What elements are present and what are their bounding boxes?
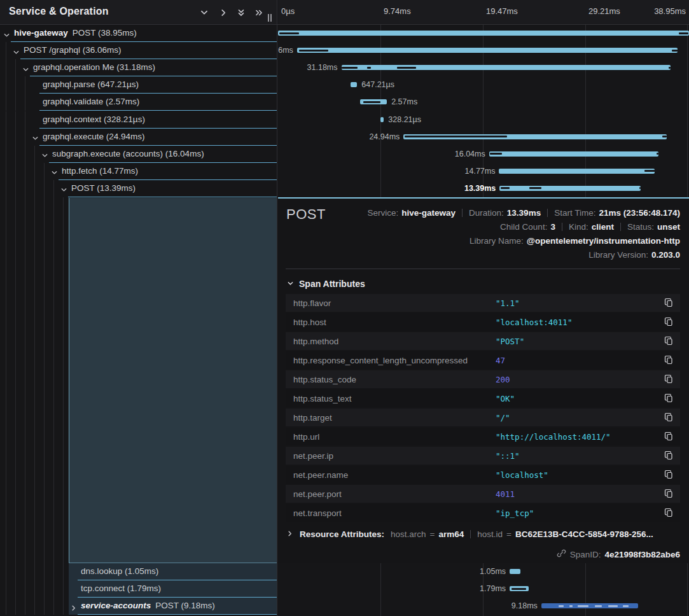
copy-icon[interactable] [664, 393, 674, 403]
span-bar[interactable] [403, 134, 667, 139]
span-row[interactable]: graphql.parse (647.21µs) [0, 76, 277, 94]
link-icon[interactable] [557, 549, 566, 560]
span-row[interactable]: graphql.execute (24.94ms) [0, 129, 277, 146]
collapse-all-icon[interactable] [235, 7, 247, 18]
span-bar[interactable] [489, 151, 658, 157]
operation-name: http.fetch (14.77ms) [62, 166, 138, 176]
meta-value: 0.203.0 [651, 250, 680, 260]
operation-name: tcp.connect (1.79ms) [81, 584, 161, 593]
copy-icon[interactable] [664, 412, 674, 423]
indent-guide [25, 180, 25, 197]
span-bar-cell[interactable]: 13.39ms [278, 180, 689, 197]
span-bar[interactable] [499, 169, 655, 174]
indent-guide [6, 42, 6, 59]
span-bar-cell[interactable]: 31.18ms [278, 59, 689, 76]
meta-value: client [592, 222, 614, 232]
chevron-down-icon[interactable] [60, 185, 68, 192]
copy-icon[interactable] [664, 374, 674, 384]
indent-guide [25, 197, 25, 615]
child-span-marker [639, 187, 641, 189]
span-bar[interactable] [510, 586, 529, 591]
copy-icon[interactable] [664, 470, 674, 480]
chevron-down-icon[interactable] [51, 167, 59, 175]
chevron-right-icon[interactable] [70, 603, 78, 610]
attribute-value: "::1" [496, 451, 520, 461]
child-span-marker [644, 170, 657, 172]
meta-value: 3 [550, 222, 555, 232]
attribute-value: 200 [496, 375, 510, 384]
span-bar[interactable] [360, 99, 387, 104]
chevron-down-icon[interactable] [32, 133, 39, 141]
chevron-down-icon[interactable] [13, 47, 20, 55]
span-row[interactable]: service-accountsPOST (9.18ms) [0, 598, 277, 615]
span-bar-cell[interactable]: 24.94ms [278, 129, 689, 146]
span-bar[interactable] [351, 82, 358, 87]
child-span-marker [595, 605, 602, 607]
child-span-marker [512, 588, 525, 590]
resource-attributes-row[interactable]: Resource Attributes:host.arch=arm64host.… [286, 529, 653, 539]
span-attributes-toggle[interactable]: Span Attributes [287, 279, 365, 289]
indent-guide [6, 94, 6, 111]
span-row[interactable]: POST /graphql (36.06ms) [0, 42, 277, 59]
indent-guide [53, 197, 54, 615]
attribute-row: net.peer.ip"::1" [286, 447, 680, 465]
span-bar[interactable] [499, 186, 641, 191]
copy-icon[interactable] [664, 336, 674, 346]
span-row[interactable]: POST (13.39ms) [0, 180, 277, 197]
attribute-row: net.peer.name"localhost" [286, 466, 680, 484]
copy-icon[interactable] [664, 298, 674, 308]
indent-guide [6, 146, 6, 163]
chevron-down-icon[interactable] [3, 30, 11, 38]
span-row[interactable]: hive-gatewayPOST (38.95ms) [0, 25, 277, 42]
span-row[interactable]: graphql.context (328.21µs) [0, 111, 277, 129]
copy-icon[interactable] [664, 431, 674, 442]
attribute-row: http.target"/" [286, 409, 680, 426]
span-bar-cell[interactable]: 16.04ms [278, 146, 689, 163]
span-bar[interactable] [278, 31, 689, 36]
child-span-marker [623, 605, 628, 607]
span-bar[interactable] [380, 117, 384, 122]
span-bar[interactable] [297, 48, 678, 53]
span-bar[interactable] [342, 65, 671, 70]
span-bar-cell[interactable]: 2.57ms [278, 94, 689, 111]
collapse-one-icon[interactable] [198, 7, 210, 18]
span-duration-label: 24.94ms [369, 132, 400, 141]
span-row[interactable]: dns.lookup (1.05ms) [0, 563, 277, 580]
meta-label: Service: [367, 208, 398, 218]
span-bar-cell[interactable]: 36.06ms [278, 42, 689, 59]
copy-icon[interactable] [664, 355, 674, 365]
span-row[interactable]: subgraph.execute (accounts) (16.04ms) [0, 146, 277, 163]
span-bar-cell[interactable] [278, 25, 689, 42]
child-span-marker [569, 605, 573, 607]
copy-icon[interactable] [664, 489, 674, 499]
span-bar-cell[interactable]: 14.77ms [278, 163, 689, 180]
span-row[interactable]: graphql.validate (2.57ms) [0, 94, 277, 111]
child-span-marker [299, 50, 328, 52]
span-bar-cell[interactable]: 1.05ms [278, 563, 689, 580]
span-bar-cell[interactable]: 1.79ms [278, 580, 689, 598]
resize-grip[interactable] [268, 14, 272, 22]
indent-guide [44, 197, 45, 615]
span-bar-cell[interactable]: 328.21µs [278, 111, 689, 129]
chevron-down-icon[interactable] [41, 150, 49, 158]
span-bar-cell[interactable]: 9.18ms [278, 598, 689, 615]
span-row[interactable]: http.fetch (14.77ms) [0, 163, 277, 180]
span-bar-cell[interactable]: 647.21µs [278, 76, 689, 94]
copy-icon[interactable] [664, 317, 674, 327]
meta-label: Kind: [569, 222, 588, 232]
copy-icon[interactable] [664, 451, 674, 461]
span-bar[interactable] [541, 603, 638, 608]
indent-guide [6, 111, 6, 129]
span-row[interactable]: tcp.connect (1.79ms) [0, 580, 277, 598]
indent-guide [15, 180, 16, 197]
span-row[interactable]: graphql.operation Me (31.18ms) [0, 59, 277, 76]
chevron-down-icon[interactable] [22, 64, 30, 72]
span-id-row: SpanID: 4e21998f3b82abe6 [557, 549, 680, 560]
copy-icon[interactable] [664, 508, 674, 518]
panel-divider[interactable] [277, 0, 277, 616]
tick-label: 29.21ms [588, 6, 620, 16]
expand-one-icon[interactable] [218, 7, 229, 18]
span-bar[interactable] [510, 569, 520, 574]
expand-all-icon[interactable] [253, 7, 265, 18]
meta-label: Library Version: [588, 250, 648, 260]
